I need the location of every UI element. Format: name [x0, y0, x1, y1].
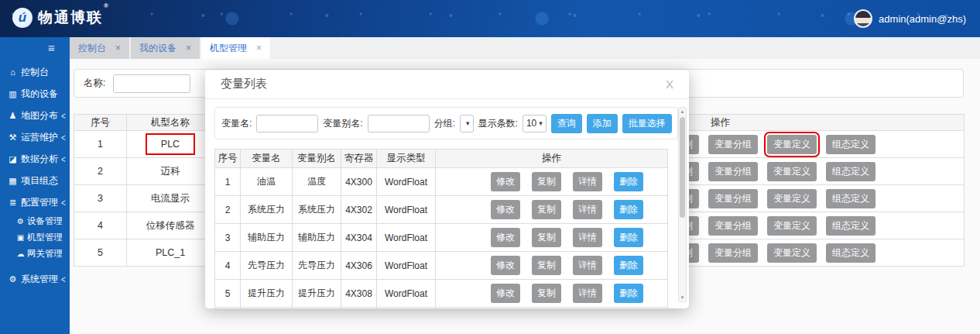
page-size-value: 10: [526, 118, 536, 129]
sidebar-item-device-mgmt[interactable]: ⚙ 设备管理: [0, 213, 70, 229]
edit-button[interactable]: 修改: [491, 228, 520, 247]
sidebar-item-analytics[interactable]: ◪ 数据分析 <: [0, 148, 70, 170]
edit-button[interactable]: 修改: [491, 172, 520, 191]
col-header-type: 显示类型: [377, 150, 436, 168]
variable-name-label: 变量名:: [221, 117, 252, 130]
sidebar-item-label: 机型管理: [27, 232, 63, 243]
variable-group-button[interactable]: 变量分组: [708, 135, 758, 154]
sidebar-item-map[interactable]: ♟ 地图分布 <: [0, 105, 70, 126]
variable-define-button[interactable]: 变量定义: [767, 135, 817, 154]
detail-button[interactable]: 详情: [573, 172, 602, 191]
page-size-select[interactable]: 10 ▾: [523, 115, 547, 133]
var-name: 先导压力: [241, 252, 293, 280]
var-no: 4: [215, 252, 241, 280]
chevron-left-icon: <: [61, 274, 66, 284]
scroll-up-icon[interactable]: ▲: [679, 109, 686, 114]
delete-button[interactable]: 删除: [614, 256, 643, 275]
close-icon[interactable]: ×: [186, 43, 191, 53]
chevron-down-icon: ▾: [539, 119, 543, 127]
detail-button[interactable]: 详情: [573, 256, 602, 275]
scada-define-button[interactable]: 组态定义: [826, 135, 875, 154]
variable-define-button[interactable]: 变量定义: [767, 216, 817, 236]
var-alias: 先导压力: [293, 252, 341, 280]
delete-button[interactable]: 删除: [614, 172, 643, 191]
tab-my-devices[interactable]: 我的设备 ×: [131, 37, 200, 59]
detail-button[interactable]: 详情: [573, 228, 602, 247]
sidebar-item-gateway-mgmt[interactable]: ☁ 网关管理: [0, 246, 70, 262]
sidebar-item-label: 地图分布: [21, 109, 58, 122]
scroll-down-icon[interactable]: ▼: [679, 295, 686, 300]
copy-button[interactable]: 复制: [532, 228, 561, 247]
col-header-index: 序号: [74, 115, 127, 131]
sidebar-item-system[interactable]: ⚙ 系统管理 <: [0, 268, 70, 290]
close-icon[interactable]: ×: [256, 43, 262, 53]
close-icon[interactable]: X: [666, 77, 673, 91]
delete-button[interactable]: 删除: [614, 228, 643, 247]
scada-define-button[interactable]: 组态定义: [826, 189, 875, 208]
add-button[interactable]: 添加: [587, 114, 618, 133]
edit-button[interactable]: 修改: [491, 256, 520, 275]
sidebar-item-console[interactable]: ⌂ 控制台: [0, 61, 70, 83]
copy-button[interactable]: 复制: [532, 172, 561, 191]
copy-button[interactable]: 复制: [532, 256, 561, 275]
variable-group-button[interactable]: 变量分组: [708, 216, 758, 236]
sidebar-item-model-mgmt[interactable]: ▣ 机型管理: [0, 229, 70, 246]
variable-name-input[interactable]: [256, 115, 318, 133]
delete-button[interactable]: 删除: [614, 284, 643, 303]
variable-group-button[interactable]: 变量分组: [708, 189, 758, 208]
modal-header: 变量列表 X: [205, 70, 689, 99]
scada-define-button[interactable]: 组态定义: [826, 216, 875, 236]
variable-table: 序号 变量名 变量别名 寄存器 显示类型 操作 1 油温 温度 4X300 Wo…: [214, 149, 668, 308]
col-header-alias: 变量别名: [293, 150, 341, 168]
tab-console[interactable]: 控制台 ×: [70, 37, 129, 59]
sidebar-item-maintenance[interactable]: ⚒ 运营维护 <: [0, 126, 70, 148]
sidebar-item-config[interactable]: ≣ 配置管理 <: [0, 191, 70, 213]
var-type: WordFloat: [377, 252, 436, 280]
table-row-clipped: 修改 复制 详情 删除: [215, 308, 668, 309]
var-register: 4X302: [341, 196, 377, 224]
variable-group-button[interactable]: 变量分组: [708, 162, 758, 181]
variable-define-button[interactable]: 变量定义: [767, 162, 817, 181]
col-header-no: 序号: [215, 150, 241, 168]
gear-icon: ⚙: [7, 274, 19, 284]
brand-logo-icon: ú: [12, 8, 33, 28]
group-select[interactable]: ▾: [460, 115, 474, 133]
variable-define-button[interactable]: 变量定义: [767, 189, 817, 208]
variable-define-button[interactable]: 变量定义: [767, 243, 817, 263]
copy-button[interactable]: 复制: [532, 200, 561, 219]
registered-mark: ®: [104, 2, 110, 9]
var-no: [215, 308, 241, 309]
tab-model-mgmt[interactable]: 机型管理 ×: [201, 37, 270, 59]
variable-alias-input[interactable]: [368, 115, 430, 133]
scrollbar-thumb[interactable]: [680, 117, 685, 218]
detail-button[interactable]: 详情: [573, 284, 602, 303]
var-name: 辅助压力: [241, 224, 293, 252]
batch-select-button[interactable]: 批量选择: [622, 114, 672, 133]
var-type: [377, 308, 436, 309]
var-type: WordFloat: [377, 168, 436, 196]
table-row: 2 系统压力 系统压力 4X302 WordFloat 修改 复制 详情 删除: [215, 196, 668, 224]
monitor-icon: ▣: [15, 233, 26, 242]
detail-button[interactable]: 详情: [573, 200, 602, 219]
modal-scrollbar[interactable]: ▲ ▼: [678, 107, 687, 302]
scada-define-button[interactable]: 组态定义: [826, 243, 875, 263]
tools-icon: ⚒: [7, 133, 19, 143]
copy-button[interactable]: 复制: [532, 284, 561, 303]
sidebar-item-my-devices[interactable]: ▥ 我的设备: [0, 83, 70, 105]
close-icon[interactable]: ×: [115, 43, 121, 53]
variable-group-button[interactable]: 变量分组: [708, 243, 758, 263]
edit-button[interactable]: 修改: [491, 200, 520, 219]
sidebar-item-project[interactable]: ▦ 项目组态: [0, 170, 70, 191]
sidebar-item-label: 控制台: [21, 66, 49, 79]
edit-button[interactable]: 修改: [491, 284, 520, 303]
name-filter-input[interactable]: [113, 74, 190, 93]
delete-button[interactable]: 删除: [614, 200, 643, 219]
brand-logo: ú 物通博联®: [12, 8, 109, 28]
scada-define-button[interactable]: 组态定义: [826, 162, 875, 181]
brand-name: 物通博联®: [38, 8, 109, 28]
user-menu[interactable]: admin(admin@zhs): [854, 9, 966, 28]
col-header-actions: 操作: [668, 115, 965, 131]
query-button[interactable]: 查询: [551, 114, 582, 133]
var-name: 提升压力: [241, 280, 293, 308]
sidebar-collapse-icon[interactable]: ≡: [48, 41, 55, 54]
